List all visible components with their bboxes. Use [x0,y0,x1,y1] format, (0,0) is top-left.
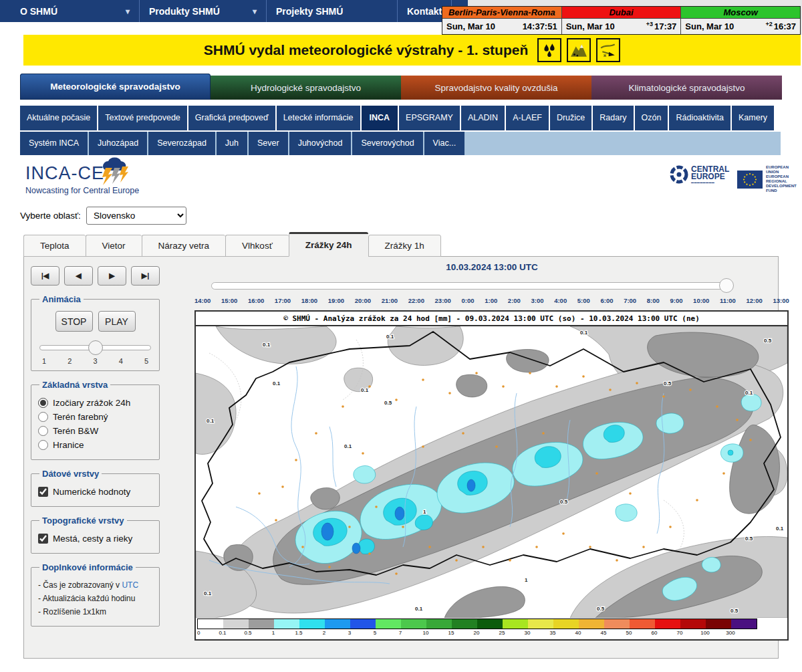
data-layer-option-numerick-hodnoty[interactable]: Numerické hodnoty [38,487,152,497]
contour-label: 0.1 [580,330,588,336]
base-layer-option-izo-iary-zr-ok-24h[interactable]: Izočiary zrážok 24h [38,398,152,408]
view-tabs: TeplotaVietorNárazy vetraVlhkosťZrážky 2… [23,235,441,257]
regionnav-item-juhoz-pad[interactable]: Juhozápad [89,132,147,155]
contour-label: 0.1 [207,418,215,424]
main-tab-spravodajstvo-kvality-ovzdu-ia[interactable]: Spravodajstvo kvality ovzdušia [401,76,591,100]
scale-label-0.5: 0.5 [244,630,251,636]
contour-label: 0.5 [560,499,568,505]
view-tab-vlhkos[interactable]: Vlhkosť [225,235,289,257]
base-layer-option-ter-n-farebn[interactable]: Terén farebný [38,412,152,422]
contour-label: 0.1 [344,443,352,449]
contour-label: 0.1 [776,526,784,532]
main-tab-meteorologick-spravodajstvo[interactable]: Meteorologické spravodajstvo [20,74,211,100]
current-datetime-title: 10.03.2024 13:00 UTC [194,262,789,272]
central-europe-logo: CENTRAL EUROPE ▬▬▬▬▬▬▬▬ [670,165,729,184]
speed-label-5: 5 [144,357,148,365]
clock-datetime: Sun, Mar 10+216:37 [681,19,800,34]
base-layer-option-hranice[interactable]: Hranice [38,440,152,450]
topnav-item-produkty-shm[interactable]: Produkty SHMÚ▾ [140,0,267,22]
regionnav-item-syst-m-inca[interactable]: Systém INCA [20,132,88,155]
main-tab-klimatologick-spravodajstvo[interactable]: Klimatologické spravodajstvo [591,76,782,100]
precipitation-map[interactable]: © SHMÚ - Analýza zrážok za 24 hod [mm] -… [194,310,789,641]
subnav-item-kamery[interactable]: Kamery [732,106,774,130]
base-layer-radio[interactable] [38,412,48,422]
regionnav-item-juh[interactable]: Juh [217,132,247,155]
timeline-tick-20-00: 20:00 [355,297,371,304]
last-frame-button[interactable]: ▶| [131,266,160,286]
timeline-tick-0-00: 0:00 [462,297,475,304]
topnav-item-o-shm[interactable]: O SHMÚ▾ [0,0,140,22]
regionnav-item-sever[interactable]: Sever [249,132,288,155]
subnav-item-leteck-inform-cie[interactable]: Letecké informácie [277,106,360,130]
warning-banner[interactable]: SHMÚ vydal meteorologické výstrahy - 1. … [23,35,801,66]
scale-label-3: 3 [348,630,351,636]
base-layer-option-ter-n-b-w[interactable]: Terén B&W [38,426,152,436]
previous-frame-button[interactable]: ◀ [64,266,93,286]
regionnav-item-severoz-pad[interactable]: Severozápad [148,132,215,155]
region-select[interactable]: Slovensko [86,207,186,225]
view-tab-zr-ky-24h[interactable]: Zrážky 24h [289,232,368,257]
subnav-item-epsgramy[interactable]: EPSGRAMY [399,106,460,130]
subnav-item-a-laef[interactable]: A-LAEF [506,106,549,130]
base-layer-radio[interactable] [38,440,48,450]
utc-link[interactable]: UTC [122,580,138,590]
next-frame-button[interactable]: ▶ [98,266,126,286]
view-tab-teplota[interactable]: Teplota [23,235,86,257]
subnav-item-oz-n[interactable]: Ozón [635,106,668,130]
main-tab-hydrologick-spravodajstvo[interactable]: Hydrologické spravodajstvo [211,76,401,100]
view-tab-n-razy-vetra[interactable]: Nárazy vetra [142,235,226,257]
clock-time: +216:37 [766,21,797,31]
base-layer-radio[interactable] [38,426,48,436]
subnav-item-inca[interactable]: INCA [362,106,398,130]
warning-banner-text: SHMÚ vydal meteorologické výstrahy - 1. … [204,42,528,58]
clock-zone-name: Moscow [681,7,800,19]
scale-segment-10 [426,619,452,629]
regionnav-item-juhov-chod[interactable]: Juhovýchod [289,132,352,155]
contour-label: 0.1 [415,606,423,612]
subnav-item-dru-ice[interactable]: Družice [550,106,591,130]
scale-segment-2 [325,619,350,629]
contour-label: 0.5 [384,400,392,406]
contour-label: 0.5 [730,608,739,614]
clock-utc-offset: +2 [766,21,773,27]
play-button[interactable]: PLAY [98,311,136,332]
contour-label: 0.1 [263,342,271,348]
topnav-item-projekty-shm[interactable]: Projekty SHMÚ [267,0,398,22]
subnav-item-grafick-predpove[interactable]: Grafická predpoveď [188,106,275,130]
clock-time-value: 16:37 [774,22,796,32]
map-canvas[interactable]: 0.10.10.10.50.10.10.10.50.50.1110.50.50.… [196,326,787,618]
clock-date: Sun, Mar 10 [685,21,734,31]
data-layer-checkbox[interactable] [38,487,48,497]
regionnav-item-viac[interactable]: Viac... [424,132,465,155]
frame-navigation-buttons: |◀◀▶▶| [31,266,160,286]
timeline-slider-track[interactable] [211,282,732,290]
view-tab-zr-ky-1h[interactable]: Zrážky 1h [368,235,441,257]
view-tab-vietor[interactable]: Vietor [86,235,142,257]
topo-layer-checkbox[interactable] [38,534,48,544]
regionnav-item-severov-chod[interactable]: Severovýchod [352,132,422,155]
topo-layer-option-mest-cesty-a-rieky[interactable]: Mestá, cesty a rieky [38,534,152,544]
base-layer-radio[interactable] [38,398,48,408]
speed-label-3: 3 [93,357,97,365]
scale-segment-35 [553,619,579,629]
rain-warning-icon [537,38,561,62]
scale-segment-1.5 [299,619,325,629]
subnav-item-r-dioaktivita[interactable]: Rádioaktivita [669,106,730,130]
timeline-slider-handle[interactable] [719,278,734,293]
scale-label-70: 70 [677,630,683,636]
subnav-item-aladin[interactable]: ALADIN [461,106,505,130]
first-frame-button[interactable]: |◀ [31,266,59,286]
option-label: Izočiary zrážok 24h [53,398,130,408]
option-label: Mestá, cesty a rieky [53,534,132,544]
subnav-item-aktu-lne-po-asie[interactable]: Aktuálne počasie [20,106,97,130]
animation-slider-handle[interactable] [88,340,103,355]
timeline-tick-3-00: 3:00 [531,297,544,304]
animation-speed-slider[interactable] [39,340,151,356]
stop-button[interactable]: STOP [55,311,93,332]
snowdrift-warning-icon [596,38,620,62]
speed-label-2: 2 [68,357,72,365]
subnav-item-radary[interactable]: Radary [593,106,633,130]
contour-label: 0.1 [745,390,753,396]
subnav-item-textov-predpovede[interactable]: Textové predpovede [98,106,187,130]
contour-label: 0.5 [764,338,772,344]
